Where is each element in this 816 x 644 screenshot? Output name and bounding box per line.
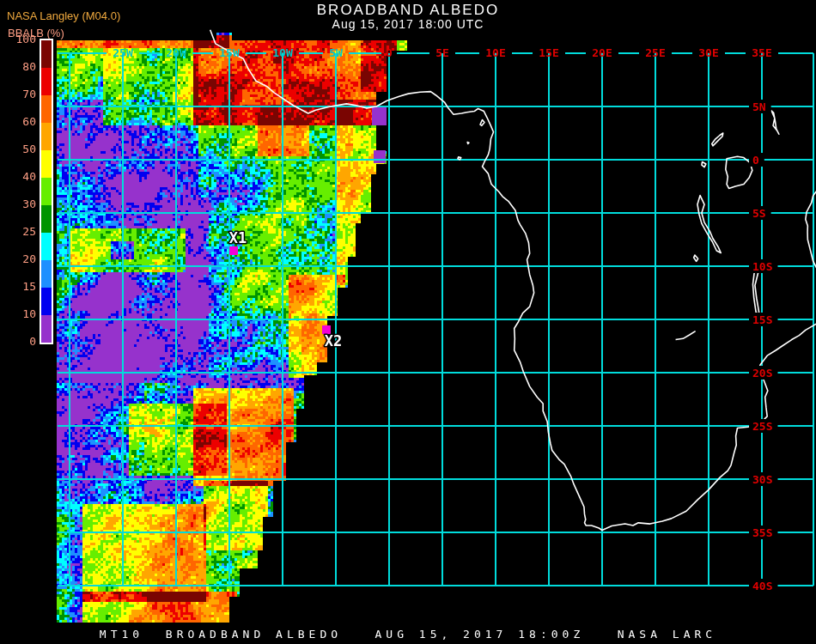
page-subtitle: Aug 15, 2017 18:00 UTC <box>0 17 816 31</box>
colorbar-tick-label: 15 <box>3 281 36 292</box>
colorbar-segment <box>41 233 52 260</box>
colorbar-tick-label: 20 <box>3 253 36 264</box>
colorbar-tick-label: 40 <box>3 171 36 182</box>
colorbar-tick-label: 30 <box>3 198 36 210</box>
colorbar-tick-label: 100 <box>3 33 36 45</box>
colorbar-tick-label: 10 <box>3 308 36 319</box>
colorbar-tick-label: 0 <box>3 336 36 347</box>
colorbar-tick-label: 60 <box>3 116 36 127</box>
colorbar-segment <box>41 95 52 123</box>
colorbar-segment <box>41 288 52 315</box>
colorbar <box>40 39 53 344</box>
colorbar-segment <box>41 68 52 95</box>
colorbar-segment <box>41 123 52 150</box>
albedo-map-canvas <box>0 0 816 644</box>
footer-status-bar: MT10 BROADBAND ALBEDO AUG 15, 2017 18:00… <box>0 628 816 641</box>
colorbar-segment <box>41 315 52 343</box>
colorbar-segment <box>41 40 52 68</box>
page-title: BROADBAND ALBEDO <box>0 2 816 19</box>
source-label: NASA Langley (M04.0) <box>7 9 120 22</box>
colorbar-segment <box>41 205 52 233</box>
colorbar-segment <box>41 150 52 178</box>
colorbar-segment <box>41 178 52 205</box>
colorbar-tick-label: 50 <box>3 143 36 155</box>
colorbar-tick-label: 70 <box>3 88 36 100</box>
colorbar-segment <box>41 260 52 288</box>
albedo-map-app: BROADBAND ALBEDO Aug 15, 2017 18:00 UTC … <box>0 0 816 644</box>
colorbar-tick-label: 80 <box>3 61 36 72</box>
colorbar-tick-label: 25 <box>3 226 36 237</box>
